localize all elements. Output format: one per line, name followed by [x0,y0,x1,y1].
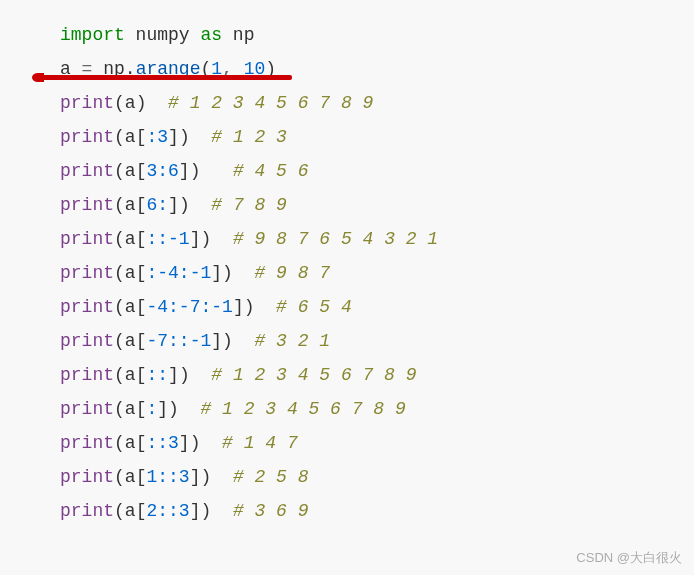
arg: a [125,229,136,249]
bracket: [ [136,399,147,419]
code-line-15: print(a[2::3]) # 3 6 9 [60,494,694,528]
paren: ( [114,501,125,521]
func-print: print [60,263,114,283]
paren: ) [244,297,255,317]
paren: ) [136,93,147,113]
comment: # 9 8 7 [233,263,330,283]
paren: ( [114,93,125,113]
bracket: ] [190,467,201,487]
slice: -7::-1 [146,331,211,351]
comment: # 1 2 3 [190,127,287,147]
underline-annotation [38,75,292,80]
bracket: ] [157,399,168,419]
watermark: CSDN @大白很火 [576,549,682,567]
func-print: print [60,297,114,317]
arg: a [125,161,136,181]
comment: # 4 5 6 [200,161,308,181]
module-name: numpy [125,25,201,45]
func-print: print [60,501,114,521]
keyword-import: import [60,25,125,45]
paren: ( [114,365,125,385]
paren: ) [179,365,190,385]
paren: ) [179,127,190,147]
slice: :3 [146,127,168,147]
slice: 6: [146,195,168,215]
func-print: print [60,127,114,147]
bracket: ] [190,229,201,249]
bracket: ] [179,161,190,181]
bracket: [ [136,229,147,249]
func-print: print [60,229,114,249]
bracket: ] [190,501,201,521]
comment: # 9 8 7 6 5 4 3 2 1 [211,229,438,249]
comment: # 1 2 3 4 5 6 7 8 9 [190,365,417,385]
arg: a [125,263,136,283]
func-print: print [60,331,114,351]
code-line-10: print(a[-7::-1]) # 3 2 1 [60,324,694,358]
paren: ) [190,433,201,453]
func-print: print [60,93,114,113]
func-print: print [60,161,114,181]
paren: ( [114,161,125,181]
bracket: [ [136,195,147,215]
paren: ( [114,229,125,249]
paren: ) [222,263,233,283]
bracket: [ [136,263,147,283]
comment: # 1 4 7 [200,433,297,453]
arg: a [125,297,136,317]
comment: # 6 5 4 [255,297,352,317]
arg: a [125,433,136,453]
arg: a [125,467,136,487]
code-line-11: print(a[::]) # 1 2 3 4 5 6 7 8 9 [60,358,694,392]
slice: :-4:-1 [146,263,211,283]
arg: a [125,93,136,113]
bracket: [ [136,161,147,181]
func-print: print [60,433,114,453]
code-line-14: print(a[1::3]) # 2 5 8 [60,460,694,494]
slice: :: [146,365,168,385]
paren: ( [114,195,125,215]
code-line-12: print(a[:]) # 1 2 3 4 5 6 7 8 9 [60,392,694,426]
code-line-1: import numpy as np [60,18,694,52]
paren: ) [200,501,211,521]
comment: # 3 2 1 [233,331,330,351]
code-line-3: print(a) # 1 2 3 4 5 6 7 8 9 [60,86,694,120]
paren: ) [200,229,211,249]
paren: ( [114,399,125,419]
bracket: [ [136,127,147,147]
code-line-13: print(a[::3]) # 1 4 7 [60,426,694,460]
code-line-9: print(a[-4:-7:-1]) # 6 5 4 [60,290,694,324]
arg: a [125,501,136,521]
arg: a [125,127,136,147]
slice: 2::3 [146,501,189,521]
paren: ) [179,195,190,215]
comment: # 3 6 9 [211,501,308,521]
func-print: print [60,365,114,385]
code-line-2: a = np.arange(1, 10) [60,52,694,86]
comment: # 2 5 8 [211,467,308,487]
slice: 3:6 [146,161,178,181]
arg: a [125,331,136,351]
paren: ( [114,263,125,283]
code-line-4: print(a[:3]) # 1 2 3 [60,120,694,154]
arg: a [125,195,136,215]
code-line-5: print(a[3:6]) # 4 5 6 [60,154,694,188]
code-line-6: print(a[6:]) # 7 8 9 [60,188,694,222]
paren: ( [114,467,125,487]
paren: ( [114,297,125,317]
arg: a [125,365,136,385]
slice: ::3 [146,433,178,453]
comment: # 1 2 3 4 5 6 7 8 9 [146,93,373,113]
func-print: print [60,467,114,487]
bracket: ] [233,297,244,317]
alias: np [222,25,254,45]
paren: ( [114,127,125,147]
paren: ) [190,161,201,181]
slice: 1::3 [146,467,189,487]
bracket: [ [136,501,147,521]
bracket: ] [168,127,179,147]
comment: # 7 8 9 [190,195,287,215]
paren: ( [114,433,125,453]
paren: ) [168,399,179,419]
func-print: print [60,195,114,215]
